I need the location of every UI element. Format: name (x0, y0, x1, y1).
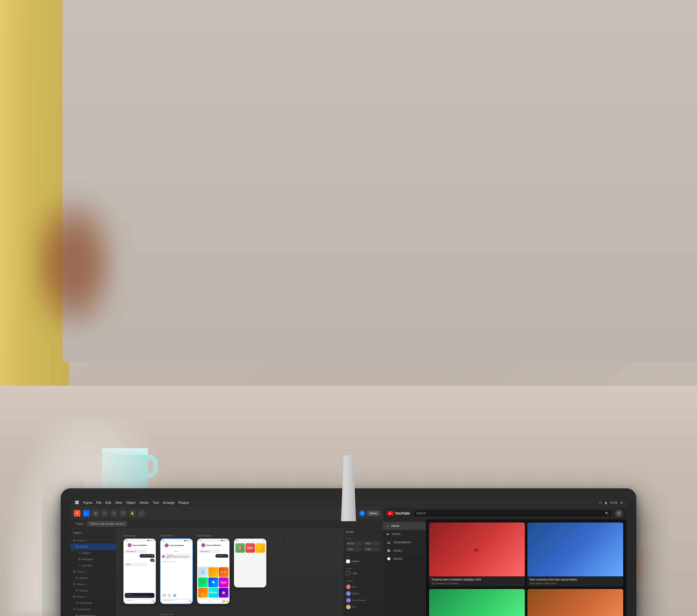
video-thumbnail-3 (429, 589, 525, 616)
action-btn[interactable]: 📎 (167, 593, 172, 598)
layer-item[interactable]: ⊞ Frame 1 (71, 537, 116, 543)
props-field-w[interactable]: W 375 (346, 541, 362, 546)
layer-item[interactable]: ⊞ Messages (71, 556, 116, 562)
select-tool[interactable]: ▷ (83, 510, 90, 517)
props-section-fill: Fill FFFFFF (343, 554, 383, 566)
send-icon[interactable]: ➤ (189, 600, 191, 602)
send-icon[interactable]: ➤ (226, 600, 228, 603)
layer-label: Components (77, 608, 91, 611)
layer-item[interactable]: ◈ Button/Primary (71, 612, 116, 616)
message-input[interactable] (198, 600, 221, 603)
yt-nav-label: History (393, 557, 402, 560)
sticker-cell[interactable]: 💎 (208, 577, 218, 587)
share-button[interactable]: Share (367, 511, 380, 516)
layer-item[interactable]: ⊞ Frame 3 (71, 581, 116, 587)
yt-nav-home[interactable]: ⌂ Home (383, 522, 426, 530)
menu-file[interactable]: File (96, 501, 102, 504)
layer-item[interactable]: ▭ Input Bar (71, 562, 116, 569)
back-icon: ← (125, 544, 127, 546)
menu-text[interactable]: Text (153, 501, 159, 504)
action-btn[interactable]: 💬 (162, 593, 166, 598)
sticker-cell[interactable]: ⭐ (219, 588, 228, 598)
action-btn[interactable]: 👤 (172, 593, 177, 598)
stroke-color-swatch[interactable] (346, 571, 350, 575)
sticker-cell[interactable]: 超 激 (219, 567, 228, 577)
menu-vector[interactable]: Vector (139, 501, 149, 504)
video-card-2[interactable]: Best moments of the year special edition… (528, 523, 623, 586)
menu-object[interactable]: Object (126, 501, 135, 504)
yt-nav-library[interactable]: 📚 Library (383, 546, 426, 555)
apple-menu-icon[interactable]: ⌘ (74, 500, 79, 505)
layer-label: Button/Primary (79, 614, 95, 616)
asset-item-2[interactable]: Bodhan (346, 590, 380, 597)
menu-plugins[interactable]: Plugins (178, 501, 189, 504)
yt-nav-subscriptions[interactable]: 📺 Subscriptions (383, 538, 426, 546)
sticker[interactable]: ⚡ (255, 543, 265, 553)
yt-nav-history[interactable]: 🕐 History (383, 555, 426, 563)
sticker-cell[interactable]: Ура! (219, 577, 228, 587)
payment-large: ₮ 12,500T (166, 555, 190, 556)
shape-tool[interactable]: □ (102, 510, 108, 517)
menu-figma[interactable]: Figma (83, 501, 92, 504)
payment-text: Сайн Сэр c Нандтгэр хэрэглэгчид хийсэн т… (166, 556, 190, 558)
chat-name: Нандтгэр Даймараж (206, 544, 221, 546)
figma-canvas[interactable]: Chat screen 9:41▮▮▮ WiFi 🔋 (117, 528, 343, 616)
text-tool[interactable]: T (120, 510, 127, 517)
layer-label: Frame 2 (77, 570, 86, 573)
tab-file[interactable]: Talkbot app design system (87, 521, 127, 527)
menu-arrange[interactable]: Arrange (163, 501, 174, 504)
status-bar: 9:41🔋 (234, 539, 266, 542)
layers-title: Layers (73, 531, 81, 534)
layer-item[interactable]: ⊞ Stickers (71, 575, 116, 581)
figma-logo-btn[interactable]: ✦ (74, 510, 80, 517)
layer-item[interactable]: ⊞ Components (71, 606, 116, 612)
menu-edit[interactable]: Edit (105, 501, 111, 504)
layer-item[interactable]: ⊞ Settings (71, 587, 116, 593)
tab-pages[interactable]: Pages (73, 521, 86, 527)
fill-color-swatch[interactable] (346, 559, 350, 563)
hand-tool[interactable]: ✋ (129, 510, 136, 517)
cory-sticker[interactable]: 😊 Cory (198, 567, 208, 577)
sticker-cell[interactable]: 🔥 (198, 588, 208, 598)
menu-view[interactable]: View (115, 501, 122, 504)
youtube-user-avatar[interactable]: U (615, 510, 623, 517)
layer-item[interactable]: ⊞ Group Chat (71, 600, 116, 606)
frame-label-6: Тохиргоо тэхэ (160, 613, 173, 616)
send-icon[interactable]: ➤ (152, 600, 154, 603)
asset-item-4[interactable]: Nut (346, 604, 380, 610)
sticker[interactable]: 99+ (246, 543, 255, 553)
props-field-x[interactable]: X 100 (346, 547, 362, 552)
user-menu[interactable]: ● (621, 501, 623, 504)
message-input[interactable]: Сообщение... (125, 600, 151, 603)
emoji-icon[interactable]: 😊 (222, 600, 225, 603)
frame-tool[interactable]: ⊞ (92, 510, 99, 517)
sticker[interactable]: 🎯 (235, 543, 245, 553)
video-card-3[interactable]: Amazing nature documentary scenes Nature… (429, 589, 525, 616)
asset-item-3[interactable]: Amar Shahem (346, 597, 380, 604)
message-input[interactable]: Байдал Боломжтой... (162, 599, 188, 603)
sticker-cell[interactable]: 💥 (208, 567, 218, 577)
subscriptions-icon: 📺 (387, 541, 390, 544)
pen-tool[interactable]: ✏ (111, 510, 117, 517)
yt-nav-shorts[interactable]: ▶ Shorts (383, 530, 426, 538)
video-thumbnail-4 (528, 589, 623, 616)
chair-blur (33, 197, 115, 329)
zoom-tool[interactable]: ⌕ (138, 510, 145, 517)
props-field-h[interactable]: H 812 (364, 541, 380, 546)
layer-item[interactable]: ⊞ Frame 2 (71, 569, 116, 575)
chat-avatar (128, 543, 132, 547)
props-field-y[interactable]: Y 200 (364, 547, 380, 552)
layer-item-selected[interactable]: ⊞ Chat UI (71, 543, 116, 550)
layer-label: Messages (82, 558, 93, 560)
user-avatar[interactable]: U (359, 510, 365, 516)
props-stroke-row: + Add (346, 571, 380, 575)
asset-item-1[interactable]: Afua (346, 583, 380, 590)
frame-label-2: Chat screen 2 (160, 534, 174, 537)
video-card-1[interactable]: ▶ Trending video compilation highlights … (429, 523, 525, 586)
youtube-search-bar[interactable]: Search 🔍 (413, 510, 612, 517)
video-card-4[interactable]: Top music hits playlist collection Music… (528, 589, 623, 616)
layer-item[interactable]: ▭ Header (71, 550, 116, 556)
sticker-cell[interactable]: УРАА! (208, 588, 218, 598)
sticker-cell[interactable]: 🌿 (198, 577, 208, 587)
layer-item[interactable]: ⊞ Frame 4 (71, 593, 116, 600)
